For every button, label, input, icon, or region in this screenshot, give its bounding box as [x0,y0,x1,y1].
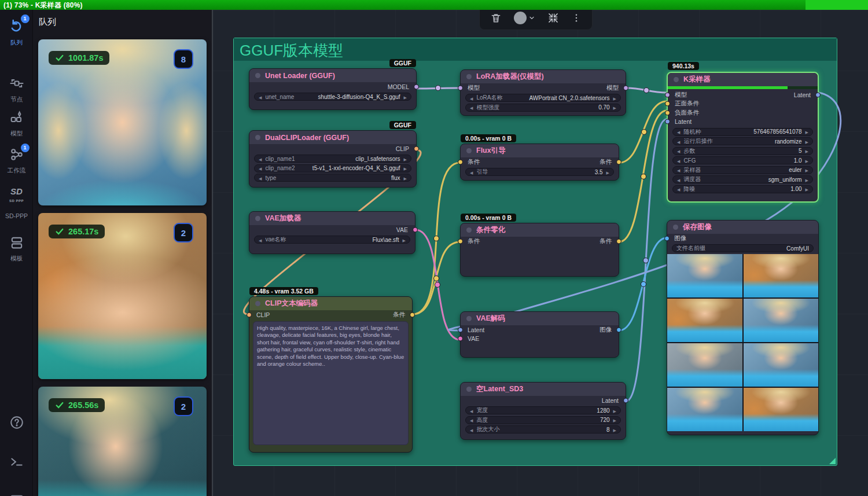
widget-arrow-right[interactable] [802,167,808,173]
node-clip-text-encode[interactable]: 4.48s - vram 3.52 GB CLIP文本编码器 CLIP 条件 H… [249,296,413,453]
widget-type[interactable]: type flux [254,174,411,182]
widget-arrow-right[interactable] [610,104,616,111]
node-header[interactable]: CLIP文本编码器 [249,297,412,310]
shortcuts-button[interactable] [0,491,33,496]
input-port-vae[interactable] [458,336,463,341]
widget-cfg[interactable]: CFG 1.0 [672,156,813,164]
queue-item[interactable]: 1001.87s 8 [38,39,207,205]
widget-lora-name[interactable]: LoRA名称 AWPortrait CN_2.0.safetensors [465,94,621,102]
output-port-vae[interactable] [413,227,418,232]
node-dual-clip-loader[interactable]: GGUF DualCLIPLoader (GGUF) CLIP clip_nam… [249,130,417,188]
widget-arrow-right[interactable] [610,427,616,433]
node-header[interactable]: 条件零化 [461,223,619,237]
collapse-dot[interactable] [255,135,260,140]
widget-arrow-right[interactable] [400,165,407,171]
prompt-textarea[interactable]: High quality, masterpiece, 16K, a Chines… [253,321,409,445]
queue-item[interactable]: 265.56s 2 [38,387,207,496]
widget-arrow-right[interactable] [802,138,808,145]
output-port-clip[interactable] [414,146,419,151]
node-header[interactable]: Flux引导 [461,144,619,157]
output-port-conditioning[interactable] [616,238,621,244]
widget-arrow-left[interactable] [677,138,683,145]
widget-arrow-right[interactable] [399,237,406,243]
widget-arrow-right[interactable] [802,177,808,183]
sidebar-item-sdppp[interactable]: SDSD PPP SD-PPP [0,186,33,219]
input-port-clip[interactable] [247,312,252,317]
widget-arrow-right[interactable] [802,186,808,192]
node-vae-decode[interactable]: VAE解码 Latent 图像 VAE [460,311,619,358]
output-port-image[interactable] [616,327,621,332]
group-resize-handle[interactable] [829,458,836,464]
output-image[interactable] [744,254,819,297]
sidebar-item-queue[interactable]: 1 队列 [0,17,33,47]
output-image[interactable] [667,299,742,342]
widget-arrow-left[interactable] [470,169,476,175]
widget-seed[interactable]: 随机种 576467856541078 [672,128,813,136]
clear-queue-button[interactable] [490,12,502,24]
widget-arrow-left[interactable] [470,95,476,101]
output-image[interactable] [667,343,742,387]
widget-arrow-right[interactable] [400,156,407,162]
widget-arrow-right[interactable] [610,417,616,423]
widget-arrow-left[interactable] [677,167,683,173]
node-empty-latent-sd3[interactable]: 空Latent_SD3 Latent 宽度 1280 高度 720 批次大小 8 [460,382,626,440]
widget-filename-prefix[interactable]: 文件名前缀 ComfyUI [672,244,814,252]
widget-arrow-right[interactable] [610,95,616,101]
node-header[interactable]: 空Latent_SD3 [461,383,626,396]
output-port-model[interactable] [414,84,419,89]
node-ksampler[interactable]: 940.13s K采样器 模型 Latent 正面条件 负面条件 Latent … [667,72,819,203]
widget-vae-name[interactable]: vae名称 Flux\ae.sft [254,236,410,244]
widget-unet-name[interactable]: unet_name shuttle-3-diffusion-Q4_K_S.ggu… [254,93,411,101]
help-button[interactable] [0,415,33,432]
widget-arrow-right[interactable] [802,128,808,135]
input-port-latent[interactable] [665,119,670,124]
widget-sampler[interactable]: 采样器 euler [672,166,813,174]
node-save-image[interactable]: 保存图像 图像 文件名前缀 ComfyUI [667,220,819,435]
node-header[interactable]: K采样器 [668,73,818,86]
input-port-model[interactable] [458,85,463,90]
node-unet-loader[interactable]: GGUF Unet Loader (GGUF) MODEL unet_name … [249,68,417,110]
more-options-button[interactable] [571,13,582,23]
widget-arrow-left[interactable] [259,156,265,162]
widget-arrow-right[interactable] [400,94,407,100]
widget-arrow-left[interactable] [259,237,265,243]
output-image[interactable] [744,343,819,387]
collapse-dot[interactable] [255,73,260,78]
input-port-conditioning[interactable] [458,238,463,244]
node-header[interactable]: LoRA加载器(仅模型) [461,70,626,83]
widget-arrow-left[interactable] [677,148,683,154]
collapse-dot[interactable] [466,387,472,392]
collapse-dot[interactable] [466,316,472,321]
node-conditioning-zero-out[interactable]: 0.00s - vram 0 B 条件零化 条件 条件 [460,223,619,277]
widget-arrow-left[interactable] [259,175,265,181]
collapse-dot[interactable] [466,227,472,233]
collapse-dot[interactable] [466,74,472,79]
widget-arrow-right[interactable] [603,169,609,175]
widget-arrow-left[interactable] [677,128,683,135]
widget-arrow-left[interactable] [259,165,265,171]
sidebar-item-templates[interactable]: 模板 [0,234,33,263]
output-image[interactable] [667,388,742,431]
node-header[interactable]: Unet Loader (GGUF) [249,69,416,82]
widget-clip-name2[interactable]: clip_name2 t5-v1_1-xxl-encoder-Q4_K_S.gg… [254,164,411,172]
collapse-dot[interactable] [255,216,260,221]
widget-arrow-right[interactable] [802,157,808,164]
widget-denoise[interactable]: 降噪 1.00 [672,185,813,193]
widget-height[interactable]: 高度 720 [465,416,621,424]
widget-arrow-left[interactable] [470,427,476,433]
widget-arrow-left[interactable] [259,94,265,100]
widget-guidance[interactable]: 引导 3.5 [465,168,614,176]
output-port-conditioning[interactable] [410,312,415,317]
widget-batch-size[interactable]: 批次大小 8 [465,425,621,433]
widget-width[interactable]: 宽度 1280 [465,406,621,414]
node-vae-loader[interactable]: VAE加载器 VAE vae名称 Flux\ae.sft [249,211,415,254]
group-header[interactable]: GGUF版本模型 [234,38,837,61]
collapse-dot[interactable] [466,148,472,153]
terminal-button[interactable] [0,454,33,472]
node-lora-loader[interactable]: LoRA加载器(仅模型) 模型 模型 LoRA名称 AWPortrait CN_… [460,69,626,116]
node-header[interactable]: VAE解码 [461,312,619,325]
output-port-conditioning[interactable] [616,159,621,164]
widget-arrow-left[interactable] [470,407,476,414]
widget-control-after-generate[interactable]: 运行后操作 randomize [672,137,813,145]
node-header[interactable]: 保存图像 [667,221,818,234]
